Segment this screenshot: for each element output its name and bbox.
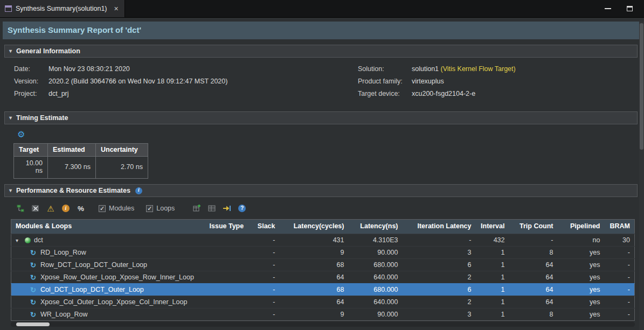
column-header[interactable]: Pipelined [558,220,605,234]
modules-loops-cell: ↻Row_DCT_Loop_DCT_Outer_Loop [11,259,205,271]
row-label: Xpose_Col_Outer_Loop_Xpose_Col_Inner_Loo… [40,298,187,306]
modules-loops-cell: ↻Xpose_Col_Outer_Loop_Xpose_Col_Inner_Lo… [11,296,205,308]
solution-name: solution1 [412,65,439,73]
performance-table: Modules & LoopsIssue TypeSlackLatency(cy… [11,219,635,321]
timing-value-row: 10.00 ns 7.300 ns 2.70 ns [14,157,148,179]
table-row[interactable]: ↻Row_DCT_Loop_DCT_Outer_Loop-68680.00061… [11,259,635,271]
general-information-grid: Date: Mon Nov 23 08:30:21 2020 Version: … [3,58,639,106]
loop-icon: ↻ [30,311,37,318]
loops-checkbox[interactable]: ✓ Loops [146,205,175,212]
table-cell: 3 [403,308,476,321]
table-cell: yes [558,271,605,284]
table-row[interactable]: ▾dct-4314.310E3-432-no30 [11,234,635,247]
table-cell: 640.000 [349,271,403,284]
window-titlebar: Synthesis Summary(solution1) × [0,0,644,18]
table-cell: 64 [509,259,558,271]
warnings-icon[interactable]: ⚠ [46,203,56,213]
info-row-solution: Solution: solution1 (Vitis Kernel Flow T… [358,65,516,73]
row-label: Row_DCT_Loop_DCT_Outer_Loop [40,261,147,269]
info-row-product-family: Product family: virtexuplus [358,78,516,85]
column-header[interactable]: Iteration Latency [403,220,476,234]
loop-icon: ↻ [30,286,37,293]
table-cell: - [605,271,635,284]
filter-grid-icon[interactable] [31,203,40,213]
flow-target-label: (Vitis Kernel Flow Target) [439,65,516,73]
table-cell: 64 [509,284,558,296]
warning-triangle-icon: ⚠ [47,205,54,213]
column-header[interactable]: Latency(cycles) [280,220,349,234]
table-cell: - [247,284,280,296]
row-label: RD_Loop_Row [40,249,86,256]
checkbox-label: Loops [156,205,175,212]
info-value: Mon Nov 23 08:30:21 2020 [49,65,130,73]
table-cell [205,284,247,296]
vertical-scrollbar-thumb[interactable] [640,23,643,150]
maximize-button[interactable] [625,4,634,13]
table-row[interactable]: ↻Xpose_Col_Outer_Loop_Xpose_Col_Inner_Lo… [11,296,635,308]
timing-estimate-header[interactable]: ▾ Timing Estimate [4,111,638,124]
table-cell: 64 [280,271,349,284]
table-row[interactable]: ↻RD_Loop_Row-990.000318yes- [11,247,635,259]
add-table-icon[interactable] [192,203,202,213]
help-icon[interactable]: ? [237,203,247,213]
table-cell: - [247,259,280,271]
table-cell: 680.000 [349,259,403,271]
horizontal-scrollbar-thumb[interactable] [16,322,50,326]
info-row-target-device: Target device: xcu200-fsgd2104-2-e [358,90,516,97]
percent-icon[interactable]: % [76,203,86,213]
table-cell [205,234,247,247]
table-cell: 7.300 ns [48,157,96,179]
info-row-date: Date: Mon Nov 23 08:30:21 2020 [14,65,358,73]
column-header[interactable]: Latency(ns) [349,220,403,234]
vertical-scrollbar[interactable] [639,22,644,330]
row-label: WR_Loop_Row [40,311,88,318]
table-cell: - [605,296,635,308]
table-cell: 4.310E3 [349,234,403,247]
minimize-button[interactable] [603,4,613,13]
modules-checkbox[interactable]: ✓ Modules [99,205,134,212]
info-label: Product family: [358,78,412,85]
table-row[interactable]: ↻Col_DCT_Loop_DCT_Outer_Loop-68680.00061… [11,284,635,296]
orange-info-icon: i [62,205,70,212]
tab-synthesis-summary[interactable]: Synthesis Summary(solution1) × [0,0,125,17]
collapse-arrow-icon: ▾ [9,48,12,54]
column-header[interactable]: Issue Type [205,220,247,234]
table-view-icon[interactable] [207,203,217,213]
table-cell: no [558,234,605,247]
column-header[interactable]: BRAM [605,220,635,234]
info-icon[interactable]: i [135,187,142,194]
table-cell: 30 [605,234,635,247]
modules-loops-cell: ↻WR_Loop_Row [11,308,205,321]
row-label: dct [34,236,43,244]
performance-resource-header[interactable]: ▾ Performance & Resource Estimates i [4,184,638,197]
table-row[interactable]: ↻Xpose_Row_Outer_Loop_Xpose_Row_Inner_Lo… [11,271,635,284]
tab-close-icon[interactable]: × [114,5,119,12]
modules-loops-cell: ↻Col_DCT_Loop_DCT_Outer_Loop [11,284,205,296]
row-label: Xpose_Row_Outer_Loop_Xpose_Row_Inner_Loo… [40,273,194,281]
goto-source-icon[interactable] [222,203,232,213]
column-header[interactable]: Interval [476,220,509,234]
table-cell: 90.000 [349,308,403,321]
column-header[interactable]: Modules & Loops [11,220,205,234]
table-cell: 9 [280,247,349,259]
loop-icon: ↻ [30,274,37,281]
section-title: General Information [16,47,80,55]
general-information-header[interactable]: ▾ General Information [4,45,638,58]
performance-toolbar: ⚠ i % ✓ Modules ✓ Loops ? [16,203,639,214]
timing-settings-gear-icon[interactable]: ⚙ [17,130,25,139]
column-header[interactable]: Trip Count [509,220,558,234]
hierarchy-icon[interactable] [16,203,25,213]
table-cell: - [605,247,635,259]
messages-icon[interactable]: i [61,203,71,213]
table-row[interactable]: ↻WR_Loop_Row-990.000318yes- [11,308,635,321]
expand-arrow-icon[interactable]: ▾ [16,237,22,243]
table-cell: - [509,234,558,247]
info-value: solution1 (Vitis Kernel Flow Target) [412,65,516,73]
loop-icon: ↻ [30,262,37,269]
column-header: Uncertainty [96,144,148,157]
report-icon [5,5,12,12]
info-label: Target device: [358,90,412,97]
column-header[interactable]: Slack [247,220,280,234]
horizontal-scrollbar[interactable] [11,322,635,327]
table-cell: 2 [403,271,476,284]
